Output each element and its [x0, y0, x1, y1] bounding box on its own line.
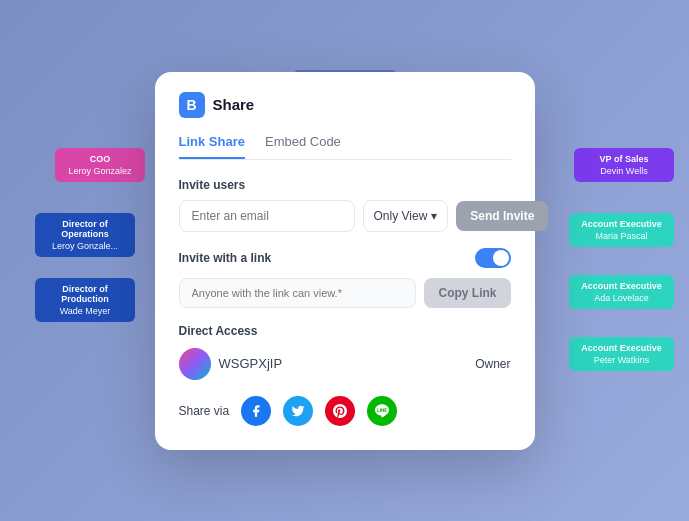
pinterest-share-button[interactable]: [325, 396, 355, 426]
modal-header: B Share: [179, 92, 511, 118]
org-node-ae3: Account Executive Peter Watkins: [569, 337, 674, 371]
facebook-share-button[interactable]: [241, 396, 271, 426]
send-invite-button[interactable]: Send Invite: [456, 201, 548, 231]
copy-link-button[interactable]: Copy Link: [424, 278, 510, 308]
modal-brand-icon: B: [179, 92, 205, 118]
invite-row: Only View ▾ Send Invite: [179, 200, 511, 232]
line-share-button[interactable]: [367, 396, 397, 426]
link-input-row: Copy Link: [179, 278, 511, 308]
modal-overlay: B Share Link Share Embed Code Invite use…: [155, 72, 535, 450]
modal-title: Share: [213, 96, 255, 113]
twitter-share-button[interactable]: [283, 396, 313, 426]
access-user: WSGPXjIP: [179, 348, 283, 380]
tabs-container: Link Share Embed Code: [179, 134, 511, 160]
invite-users-label: Invite users: [179, 178, 511, 192]
invite-link-toggle[interactable]: [475, 248, 511, 268]
org-node-dir-ops: Director ofOperations Leroy Gonzale...: [35, 213, 135, 257]
access-user-row: WSGPXjIP Owner: [179, 348, 511, 380]
org-node-ae1: Account Executive Maria Pascal: [569, 213, 674, 247]
link-input[interactable]: [179, 278, 417, 308]
tab-embed-code[interactable]: Embed Code: [265, 134, 341, 159]
invite-link-label: Invite with a link: [179, 251, 272, 265]
share-via-section: Share via: [179, 396, 511, 426]
permission-dropdown[interactable]: Only View ▾: [363, 200, 449, 232]
link-header: Invite with a link: [179, 248, 511, 268]
direct-access-section: Direct Access WSGPXjIP Owner: [179, 324, 511, 380]
tab-link-share[interactable]: Link Share: [179, 134, 245, 159]
share-via-label: Share via: [179, 404, 230, 418]
org-node-dir-prod: Director ofProduction Wade Meyer: [35, 278, 135, 322]
org-node-vp-sales: VP of Sales Devin Wells: [574, 148, 674, 182]
invite-link-section: Invite with a link Copy Link: [179, 248, 511, 308]
org-node-coo: COO Leroy Gonzalez: [55, 148, 145, 182]
email-input[interactable]: [179, 200, 355, 232]
username: WSGPXjIP: [219, 356, 283, 371]
org-node-ae2: Account Executive Ada Lovelace: [569, 275, 674, 309]
avatar-gradient: [179, 348, 211, 380]
user-role: Owner: [475, 357, 510, 371]
direct-access-label: Direct Access: [179, 324, 511, 338]
invite-users-section: Invite users Only View ▾ Send Invite: [179, 178, 511, 232]
user-avatar: [179, 348, 211, 380]
share-modal: B Share Link Share Embed Code Invite use…: [155, 72, 535, 450]
